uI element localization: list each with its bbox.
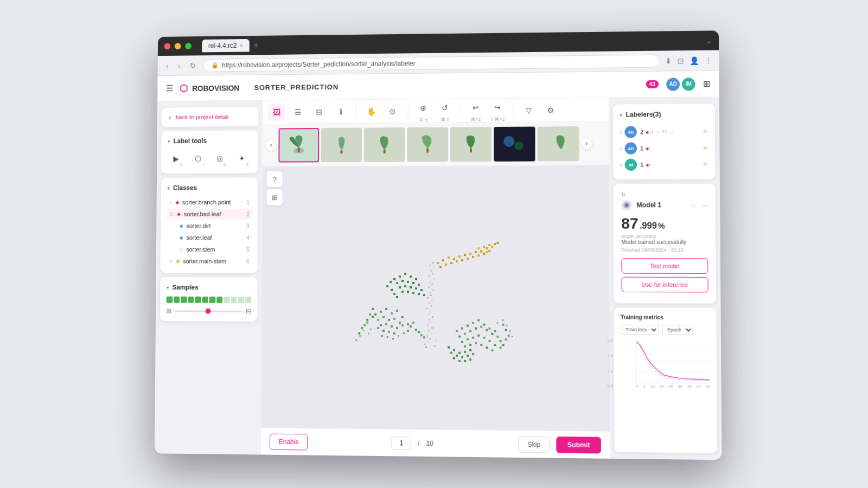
eye-off-icon-3[interactable]: 👁 <box>703 161 709 168</box>
samples-header[interactable]: ▾ Samples <box>167 284 251 291</box>
info-button[interactable]: ℹ <box>332 103 349 120</box>
svg-rect-56 <box>396 327 398 329</box>
nav-forward-button[interactable]: › <box>176 60 182 71</box>
labeler-expand-1[interactable]: › <box>620 129 621 135</box>
cursor-tool[interactable]: ▶V <box>168 150 184 168</box>
svg-rect-10 <box>426 335 428 337</box>
test-model-button[interactable]: Test model <box>621 258 708 274</box>
labeler-expand-2[interactable]: › <box>620 145 621 151</box>
refresh-button[interactable]: ↺ <box>436 99 454 117</box>
classes-header[interactable]: ▾ Classes <box>167 184 252 191</box>
extensions-icon[interactable]: ⊡ <box>678 56 684 65</box>
question-tool-button[interactable]: ? <box>267 171 283 187</box>
class-gear-icon[interactable]: ⚙ <box>169 211 174 217</box>
svg-rect-123 <box>458 255 461 258</box>
model-star-icon[interactable]: ☆ <box>691 201 697 209</box>
strip-next-button[interactable]: › <box>581 138 592 149</box>
svg-rect-169 <box>391 289 393 291</box>
close-button[interactable] <box>164 43 171 49</box>
active-tab[interactable]: rel-4.4.rc2 × <box>202 39 249 52</box>
use-for-inference-button[interactable]: Use for inference <box>621 277 708 293</box>
more-icon[interactable]: ⋮ <box>705 56 712 65</box>
svg-rect-52 <box>399 322 401 324</box>
eye-off-icon-2[interactable]: 👁 <box>703 145 709 151</box>
polygon-tool[interactable]: ⬡I <box>189 150 206 168</box>
download-icon[interactable]: ⬇ <box>665 56 672 65</box>
maximize-button[interactable] <box>185 43 192 49</box>
window-controls[interactable]: ⌄ <box>705 36 712 45</box>
image-info-button[interactable]: ⊞ <box>266 189 283 206</box>
strip-image-3[interactable] <box>364 127 405 162</box>
nav-refresh-button[interactable]: ↻ <box>188 60 199 71</box>
submit-button[interactable]: Submit <box>557 436 601 453</box>
profile-icon[interactable]: 👤 <box>690 56 699 65</box>
strip-image-7[interactable] <box>537 126 579 161</box>
class-item-dirt[interactable]: ◆ sorter.dirt 3 <box>167 220 252 231</box>
lasso-tool-button[interactable]: ⊙ <box>384 102 401 120</box>
svg-rect-18 <box>427 313 429 315</box>
class-item-main-stem[interactable]: ✦ ◆ sorter.main-stem 6 <box>167 256 251 267</box>
sample-block-9 <box>224 297 229 303</box>
url-bar[interactable]: 🔒 https://robovision.ai/projects/Sorter_… <box>203 54 660 72</box>
grid-small-icon[interactable]: ⊞ <box>166 307 171 314</box>
class-item-leaf[interactable]: ◆ sorter.leaf 4 <box>167 232 251 243</box>
skip-button[interactable]: Skip <box>518 436 550 453</box>
strip-image-6[interactable] <box>494 126 535 161</box>
grid-large-icon[interactable]: ⊟ <box>246 307 251 315</box>
hamburger-menu[interactable]: ☰ <box>166 84 174 94</box>
minimize-button[interactable] <box>175 43 181 49</box>
redo-button[interactable]: ↪ <box>489 99 506 116</box>
strip-image-5[interactable] <box>450 127 492 162</box>
svg-rect-80 <box>392 338 394 339</box>
zoom-shortcut: ⌘ ± <box>419 117 427 123</box>
eye-off-icon-1[interactable]: 👁 <box>702 129 708 135</box>
strip-image-2[interactable] <box>321 127 362 162</box>
chevron-labelers-icon: ▾ <box>620 112 622 118</box>
strip-prev-button[interactable]: ‹ <box>266 140 277 151</box>
model-more-icon[interactable]: ··· <box>701 201 707 209</box>
metrics-filter-2[interactable]: Epoch <box>662 325 694 335</box>
undo-button[interactable]: ↩ <box>467 99 484 116</box>
label-tools-header[interactable]: ▾ Label tools <box>168 137 252 145</box>
page-input[interactable]: 1 <box>392 436 411 450</box>
back-to-project-button[interactable]: ‹ back to project detail <box>162 107 259 127</box>
strip-image-1[interactable] <box>278 128 319 163</box>
class-remove-icon[interactable]: × <box>169 200 173 206</box>
new-tab-button[interactable]: + <box>253 41 258 50</box>
svg-rect-128 <box>439 266 442 268</box>
enable-button[interactable]: Enable <box>270 433 308 450</box>
class-item-stem[interactable]: ◇ sorter.stem 5 <box>167 244 251 255</box>
class-item-bad-leaf[interactable]: ⚙ ◆ sorter.bad-leaf 2 <box>167 209 252 220</box>
settings-button[interactable]: ⚙ <box>541 101 559 119</box>
nav-back-button[interactable]: ‹ <box>164 60 170 71</box>
svg-rect-146 <box>496 242 499 244</box>
grid-view-icon[interactable]: ⊞ <box>703 79 710 89</box>
list-view-button[interactable]: ☰ <box>289 103 307 120</box>
svg-rect-50 <box>388 319 390 321</box>
svg-rect-186 <box>370 329 372 330</box>
metrics-filter-1[interactable]: Train loss <box>621 325 659 335</box>
circle-tool[interactable]: ◎C <box>211 150 228 167</box>
svg-rect-45 <box>391 312 393 314</box>
slider-track[interactable] <box>175 310 242 312</box>
hand-tool-button[interactable]: ✋ <box>362 102 380 120</box>
labelers-header[interactable]: ▾ Labelers(3) <box>620 110 708 118</box>
classes-title: Classes <box>173 184 197 192</box>
sample-block-3 <box>181 297 187 303</box>
svg-rect-78 <box>381 335 383 337</box>
magic-tool[interactable]: ✦S <box>233 150 250 167</box>
class-name-dirt: sorter.dirt <box>187 222 243 229</box>
refresh-model-icon[interactable]: ↻ <box>621 191 626 197</box>
class-item-branch-point[interactable]: × ◆ sorter.branch-point 1 <box>167 197 252 208</box>
labeler-expand-3[interactable]: › <box>620 162 622 168</box>
slider-thumb[interactable] <box>205 309 210 314</box>
image-view-button[interactable]: 🖼 <box>268 104 285 121</box>
canvas-area[interactable]: ? ⊞ <box>261 165 610 431</box>
svg-rect-170 <box>393 293 395 295</box>
split-view-button[interactable]: ⊟ <box>311 103 328 120</box>
filter-button[interactable]: ▽ <box>520 101 537 119</box>
zoom-button[interactable]: ⊕ <box>414 99 432 117</box>
strip-image-4[interactable] <box>407 127 448 162</box>
tab-close-icon[interactable]: × <box>240 42 243 48</box>
page-separator: / <box>418 439 419 447</box>
